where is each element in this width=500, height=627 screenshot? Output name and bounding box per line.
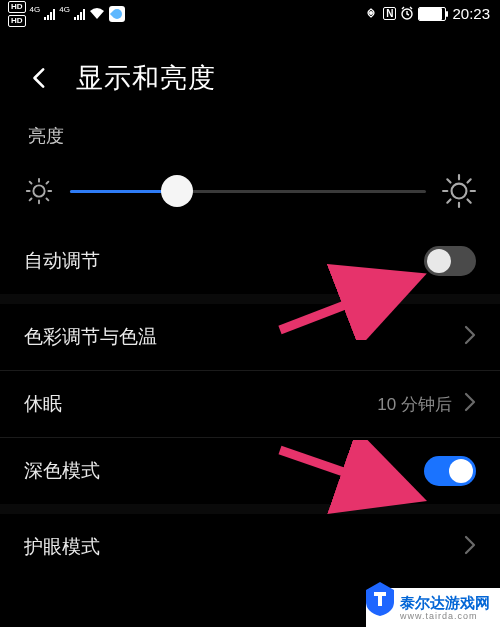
- back-button[interactable]: [28, 65, 54, 91]
- net-type-2: 4G: [59, 5, 70, 14]
- header: 显示和亮度: [0, 24, 500, 112]
- eye-comfort-label: 护眼模式: [24, 534, 100, 560]
- svg-point-3: [452, 184, 467, 199]
- chevron-right-icon: [464, 392, 476, 416]
- sun-low-icon: [24, 176, 54, 206]
- auto-brightness-label: 自动调节: [24, 248, 100, 274]
- hd-badge-2: HD: [8, 15, 26, 27]
- brightness-slider-row: [24, 152, 476, 228]
- svg-point-2: [33, 185, 44, 196]
- slider-thumb[interactable]: [161, 175, 193, 207]
- dark-mode-toggle[interactable]: [424, 456, 476, 486]
- eye-comfort-icon: [363, 7, 379, 21]
- dark-mode-row: 深色模式: [24, 438, 476, 504]
- chevron-right-icon: [464, 325, 476, 349]
- color-temp-label: 色彩调节与色温: [24, 324, 157, 350]
- chevron-right-icon: [464, 535, 476, 559]
- net-type-1: 4G: [30, 5, 41, 14]
- svg-point-0: [369, 11, 373, 15]
- wifi-icon: [89, 7, 105, 21]
- dark-mode-label: 深色模式: [24, 458, 100, 484]
- signal-2-icon: [74, 8, 85, 20]
- status-left: HD HD 4G 4G: [8, 1, 125, 27]
- sleep-value: 10 分钟后: [377, 393, 452, 416]
- status-bar: HD HD 4G 4G N 20:23: [0, 0, 500, 24]
- status-right: N 20:23: [363, 5, 490, 22]
- brightness-slider[interactable]: [70, 175, 426, 207]
- page-title: 显示和亮度: [76, 60, 216, 96]
- sleep-label: 休眠: [24, 391, 62, 417]
- brightness-label: 亮度: [24, 112, 476, 152]
- alarm-icon: [400, 6, 414, 22]
- auto-brightness-row: 自动调节: [24, 228, 476, 294]
- watermark-logo-icon: [360, 578, 400, 618]
- signal-1-icon: [44, 8, 55, 20]
- color-temp-row[interactable]: 色彩调节与色温: [24, 304, 476, 370]
- battery-icon: [418, 7, 446, 21]
- watermark: 泰尔达游戏网 www.tairda.com: [366, 588, 500, 627]
- clock: 20:23: [452, 5, 490, 22]
- nfc-icon: N: [383, 7, 396, 20]
- eye-comfort-row[interactable]: 护眼模式: [24, 514, 476, 580]
- app-icon: [109, 6, 125, 22]
- sleep-row[interactable]: 休眠 10 分钟后: [24, 371, 476, 437]
- auto-brightness-toggle[interactable]: [424, 246, 476, 276]
- hd-badge-1: HD: [8, 1, 26, 13]
- sun-high-icon: [442, 174, 476, 208]
- watermark-sub: www.tairda.com: [400, 611, 490, 621]
- watermark-text: 泰尔达游戏网: [400, 594, 490, 611]
